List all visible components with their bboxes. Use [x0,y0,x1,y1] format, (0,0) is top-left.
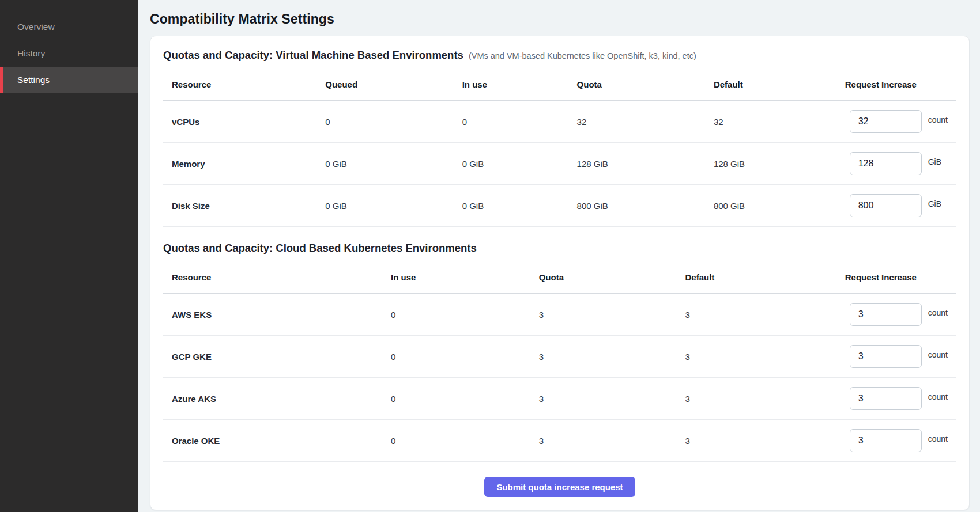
default-cell: 3 [677,294,836,336]
quota-cell: 3 [530,294,677,336]
unit-label: count [928,115,948,124]
quota-cell: 128 GiB [568,143,705,185]
resource-cell: Azure AKS [163,378,382,420]
request-increase-cell: count [845,387,948,410]
request-increase-input[interactable] [850,345,922,368]
request-increase-cell: count [845,345,948,368]
resource-cell: AWS EKS [163,294,382,336]
unit-label: GiB [928,157,941,166]
cloud-header-quota: Quota [530,261,677,294]
queued-cell: 0 GiB [316,143,453,185]
default-cell: 3 [677,420,836,462]
default-cell: 3 [677,336,836,378]
cloud-table-header-row: Resource In use Quota Default Request In… [163,261,956,294]
table-row: Oracle OKE 0 3 3 count [163,420,956,462]
vm-header-resource: Resource [163,69,316,101]
queued-cell: 0 [316,101,453,143]
vm-section-heading: Quotas and Capacity: Virtual Machine Bas… [163,48,956,63]
request-increase-input[interactable] [850,429,922,452]
table-row: Memory 0 GiB 0 GiB 128 GiB 128 GiB GiB [163,143,956,185]
vm-section-subtitle: (VMs and VM-based Kubernetes like OpenSh… [469,51,696,60]
request-increase-cell: count [845,110,948,133]
vm-table-header-row: Resource Queued In use Quota Default Req… [163,69,956,101]
cloud-header-request-increase: Request Increase [836,261,956,294]
table-row: GCP GKE 0 3 3 count [163,336,956,378]
submit-quota-increase-button[interactable]: Submit quota increase request [484,477,635,497]
quota-cell: 32 [568,101,705,143]
in-use-cell: 0 [382,294,530,336]
vm-quota-table: Resource Queued In use Quota Default Req… [163,69,956,227]
cloud-header-default: Default [677,261,836,294]
quota-cell: 800 GiB [568,185,705,227]
resource-cell: Oracle OKE [163,420,382,462]
sidebar-item-history[interactable]: History [0,40,138,67]
table-row: Azure AKS 0 3 3 count [163,378,956,420]
vm-header-queued: Queued [316,69,453,101]
request-increase-input[interactable] [850,110,922,133]
unit-label: count [928,308,948,317]
unit-label: count [928,350,948,359]
unit-label: count [928,434,948,443]
request-increase-input[interactable] [850,152,922,175]
queued-cell: 0 GiB [316,185,453,227]
in-use-cell: 0 GiB [454,185,568,227]
vm-section-title: Quotas and Capacity: Virtual Machine Bas… [163,48,463,63]
request-increase-input[interactable] [850,194,922,217]
quota-cell: 3 [530,336,677,378]
table-row: AWS EKS 0 3 3 count [163,294,956,336]
sidebar-item-overview[interactable]: Overview [0,14,138,40]
cloud-header-resource: Resource [163,261,382,294]
vm-header-default: Default [705,69,836,101]
resource-cell: Disk Size [163,185,316,227]
default-cell: 800 GiB [705,185,836,227]
unit-label: count [928,392,948,401]
request-increase-cell: GiB [845,152,948,175]
resource-cell: vCPUs [163,101,316,143]
resource-cell: Memory [163,143,316,185]
page-title: Compatibility Matrix Settings [150,10,970,28]
main-content: Compatibility Matrix Settings Quotas and… [138,0,980,510]
default-cell: 128 GiB [705,143,836,185]
request-increase-input[interactable] [850,387,922,410]
vm-header-request-increase: Request Increase [836,69,956,101]
request-increase-cell: GiB [845,194,948,217]
in-use-cell: 0 [382,420,530,462]
resource-cell: GCP GKE [163,336,382,378]
quota-settings-card: Quotas and Capacity: Virtual Machine Bas… [150,36,970,510]
sidebar-item-settings[interactable]: Settings [0,67,138,93]
cloud-header-in-use: In use [382,261,530,294]
button-row: Submit quota increase request [163,477,956,497]
default-cell: 3 [677,378,836,420]
in-use-cell: 0 [382,336,530,378]
unit-label: GiB [928,199,941,208]
quota-cell: 3 [530,420,677,462]
table-row: Disk Size 0 GiB 0 GiB 800 GiB 800 GiB Gi… [163,185,956,227]
vm-header-quota: Quota [568,69,705,101]
table-row: vCPUs 0 0 32 32 count [163,101,956,143]
cloud-section-heading: Quotas and Capacity: Cloud Based Kuberne… [163,241,956,256]
default-cell: 32 [705,101,836,143]
cloud-quota-table: Resource In use Quota Default Request In… [163,261,956,462]
vm-header-in-use: In use [454,69,568,101]
in-use-cell: 0 GiB [454,143,568,185]
in-use-cell: 0 [454,101,568,143]
quota-cell: 3 [530,378,677,420]
sidebar: Overview History Settings [0,0,138,512]
in-use-cell: 0 [382,378,530,420]
request-increase-input[interactable] [850,303,922,326]
cloud-section-title: Quotas and Capacity: Cloud Based Kuberne… [163,241,477,256]
request-increase-cell: count [845,303,948,326]
request-increase-cell: count [845,429,948,452]
